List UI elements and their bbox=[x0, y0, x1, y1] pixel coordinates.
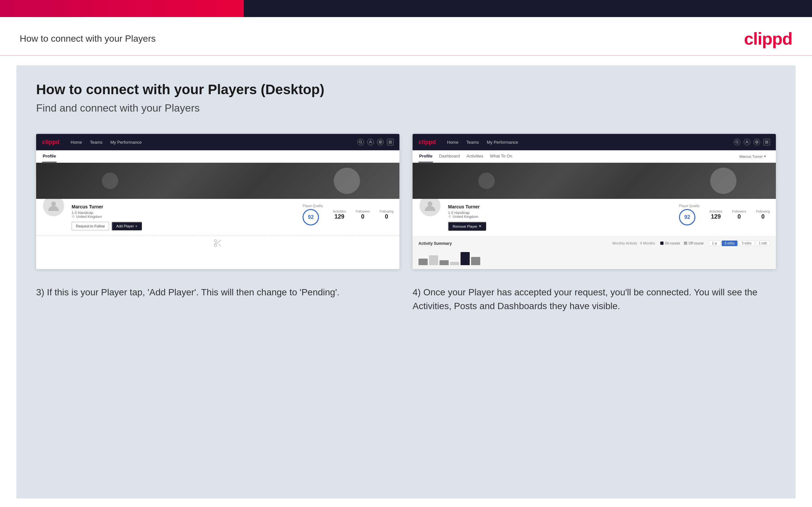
right-quality-stat: Player Quality 92 bbox=[679, 204, 699, 225]
left-tabs: Profile bbox=[36, 150, 399, 163]
filter-6mths[interactable]: 6 mths bbox=[722, 240, 738, 246]
right-tab-activities[interactable]: Activities bbox=[466, 150, 484, 162]
svg-line-16 bbox=[214, 242, 216, 244]
left-buttons: Request to Follow Add Player + bbox=[71, 222, 293, 230]
screenshots-row: clippd Home Teams My Performance bbox=[36, 134, 776, 269]
right-search-icon[interactable] bbox=[734, 139, 741, 146]
page-header: How to connect with your Players clippd bbox=[0, 17, 812, 55]
left-country: United Kingdom bbox=[71, 215, 293, 219]
right-tab-group: Profile Dashboard Activities What To On bbox=[418, 150, 513, 162]
screenshot-left: clippd Home Teams My Performance bbox=[36, 134, 399, 269]
left-nav-right bbox=[357, 139, 394, 146]
left-following-stat: Following 0 bbox=[380, 210, 394, 220]
left-logo: clippd bbox=[42, 139, 59, 146]
left-player-name: Marcus Turner bbox=[71, 204, 293, 209]
chart-bar-5 bbox=[461, 252, 470, 265]
settings-icon[interactable] bbox=[377, 139, 384, 146]
legend-dot-on bbox=[660, 241, 664, 245]
filter-1yr[interactable]: 1 yr bbox=[709, 240, 720, 246]
svg-point-26 bbox=[428, 202, 432, 206]
svg-rect-8 bbox=[391, 143, 392, 144]
right-player-name: Marcus Turner bbox=[448, 204, 669, 209]
svg-point-21 bbox=[756, 141, 758, 144]
remove-player-button[interactable]: Remove Player ✕ bbox=[448, 222, 486, 231]
right-logo: clippd bbox=[418, 139, 436, 146]
svg-point-10 bbox=[72, 216, 74, 217]
svg-point-20 bbox=[756, 142, 757, 143]
grid-icon[interactable] bbox=[387, 139, 394, 146]
svg-rect-25 bbox=[767, 143, 768, 144]
left-navbar: clippd Home Teams My Performance bbox=[36, 134, 399, 150]
search-icon[interactable] bbox=[357, 139, 364, 146]
user-icon[interactable] bbox=[367, 139, 374, 146]
left-nav-performance: My Performance bbox=[110, 140, 142, 145]
scissors-divider bbox=[36, 236, 399, 250]
activity-header: Activity Summary Monthly Activity · 6 Mo… bbox=[418, 240, 770, 246]
caption-right: 4) Once your Player has accepted your re… bbox=[413, 285, 776, 313]
svg-rect-22 bbox=[765, 141, 766, 142]
chart-bar-3 bbox=[440, 260, 449, 265]
right-tab-profile[interactable]: Profile bbox=[418, 150, 433, 162]
right-profile-info: Marcus Turner 1-5 Handicap United Kingdo… bbox=[448, 204, 669, 231]
legend-off-course: Off course bbox=[684, 241, 704, 245]
left-followers-stat: Followers 0 bbox=[356, 210, 370, 220]
screenshot-right: clippd Home Teams My Performance bbox=[413, 134, 776, 269]
left-nav-home: Home bbox=[70, 140, 82, 145]
right-nav-teams: Teams bbox=[466, 140, 479, 145]
right-tabs: Profile Dashboard Activities What To On … bbox=[413, 150, 776, 163]
legend-dot-off bbox=[684, 241, 687, 245]
filter-3mths[interactable]: 3 mths bbox=[739, 240, 755, 246]
right-following-stat: Following 0 bbox=[756, 210, 770, 220]
left-handicap: 1-5 Handicap bbox=[71, 211, 293, 215]
svg-line-1 bbox=[361, 143, 362, 144]
right-handicap: 1-5 Handicap bbox=[448, 211, 669, 215]
right-tab-dashboard[interactable]: Dashboard bbox=[438, 150, 461, 162]
svg-rect-24 bbox=[765, 143, 766, 144]
right-user-dropdown[interactable]: Marcus Turner ▾ bbox=[740, 154, 769, 159]
caption-left: 3) If this is your Player tap, 'Add Play… bbox=[36, 285, 399, 313]
activity-summary-bar: Activity Summary Monthly Activity · 6 Mo… bbox=[413, 236, 776, 269]
activity-legend: On course Off course bbox=[660, 241, 704, 245]
main-content: How to connect with your Players (Deskto… bbox=[16, 65, 796, 499]
right-followers-stat: Followers 0 bbox=[732, 210, 746, 220]
clippd-logo: clippd bbox=[744, 29, 792, 49]
activity-title: Activity Summary bbox=[418, 241, 452, 246]
right-navbar: clippd Home Teams My Performance bbox=[413, 134, 776, 150]
chart-bar-1 bbox=[418, 259, 428, 265]
left-profile: Marcus Turner 1-5 Handicap United Kingdo… bbox=[36, 199, 399, 236]
svg-point-12 bbox=[214, 239, 217, 242]
right-hero bbox=[413, 163, 776, 199]
activity-chart bbox=[418, 249, 770, 265]
right-settings-icon[interactable] bbox=[754, 139, 760, 146]
right-user-icon[interactable] bbox=[744, 139, 750, 146]
svg-rect-7 bbox=[389, 143, 390, 144]
svg-point-0 bbox=[359, 141, 362, 143]
right-quality-circle: 92 bbox=[679, 209, 695, 225]
right-grid-icon[interactable] bbox=[763, 139, 770, 146]
right-buttons: Remove Player ✕ bbox=[448, 222, 669, 231]
svg-line-18 bbox=[738, 143, 739, 144]
chart-bar-4 bbox=[450, 262, 459, 265]
content-subtitle: Find and connect with your Players bbox=[36, 102, 776, 114]
left-quality-stat: Player Quality 92 bbox=[303, 204, 323, 225]
left-hero bbox=[36, 163, 399, 199]
add-player-button[interactable]: Add Player + bbox=[112, 222, 142, 230]
captions-row: 3) If this is your Player tap, 'Add Play… bbox=[36, 285, 776, 313]
right-nav-home: Home bbox=[447, 140, 459, 145]
svg-rect-6 bbox=[391, 141, 392, 142]
svg-point-4 bbox=[379, 141, 382, 144]
request-follow-button[interactable]: Request to Follow bbox=[71, 222, 109, 230]
left-activities-stat: Activities 129 bbox=[333, 210, 346, 220]
filter-1mth[interactable]: 1 mth bbox=[756, 240, 770, 246]
left-tab-profile[interactable]: Profile bbox=[42, 150, 56, 162]
svg-rect-23 bbox=[767, 141, 768, 142]
svg-point-3 bbox=[380, 142, 381, 143]
svg-point-9 bbox=[51, 202, 56, 206]
legend-on-course: On course bbox=[660, 241, 680, 245]
right-tab-whattoon[interactable]: What To On bbox=[489, 150, 513, 162]
svg-rect-5 bbox=[389, 141, 390, 142]
svg-line-15 bbox=[219, 244, 221, 246]
right-activities-stat: Activities 129 bbox=[710, 210, 722, 220]
left-profile-info: Marcus Turner 1-5 Handicap United Kingdo… bbox=[71, 204, 293, 230]
top-bar bbox=[0, 0, 812, 17]
